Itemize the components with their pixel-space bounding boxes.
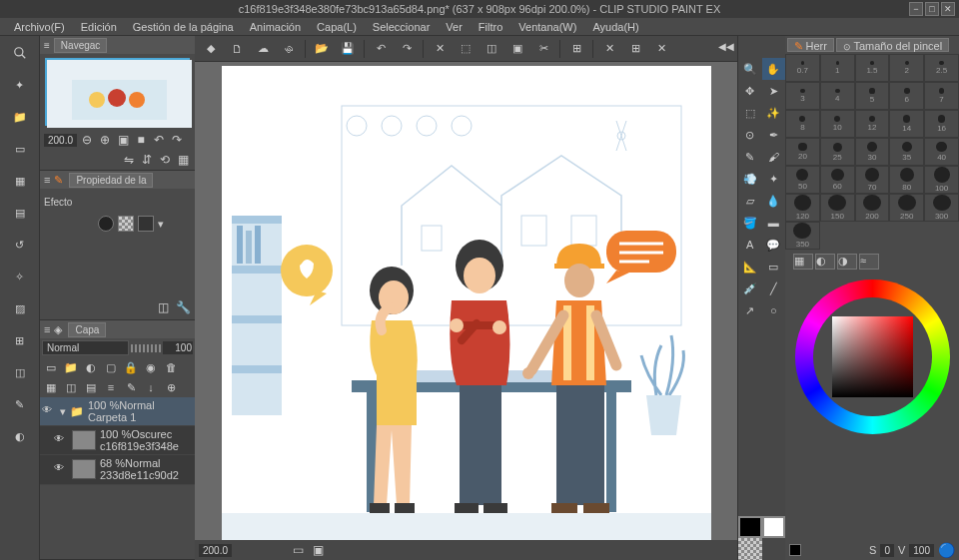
tone-icon[interactable]: ▨ xyxy=(5,295,35,321)
figure-tool-icon[interactable]: ○ xyxy=(762,299,786,321)
visibility-icon[interactable]: 👁 xyxy=(42,404,56,418)
pencil-tool-icon[interactable]: ✎ xyxy=(738,146,762,168)
fg-color-swatch[interactable] xyxy=(738,516,762,538)
opacity-value[interactable]: 100 xyxy=(163,341,193,354)
brush-size-cell[interactable]: 0.7 xyxy=(785,54,820,82)
menu-archivo[interactable]: Archivo(F) xyxy=(8,19,71,35)
brush-size-cell[interactable]: 20 xyxy=(785,138,820,166)
zoom-tool-icon[interactable]: 🔍 xyxy=(738,58,762,80)
decoration-tool-icon[interactable]: ✦ xyxy=(762,168,786,190)
color-history-icon[interactable]: ◐ xyxy=(815,254,835,270)
rotate-right-icon[interactable]: ↷ xyxy=(169,132,185,148)
mask-icon[interactable]: ▢ xyxy=(102,359,120,375)
menu-capa[interactable]: Capa(L) xyxy=(311,19,363,35)
spiral-icon[interactable]: ౷ xyxy=(277,38,301,60)
pen-tool-icon[interactable]: ✒ xyxy=(762,124,786,146)
menu-animacion[interactable]: Animación xyxy=(244,19,307,35)
close-button[interactable]: ✕ xyxy=(941,2,955,16)
navigator-tab[interactable]: Navegac xyxy=(54,38,107,53)
transparent-swatch[interactable] xyxy=(738,538,762,560)
brush-size-cell[interactable]: 5 xyxy=(855,82,890,110)
brush-size-cell[interactable]: 80 xyxy=(889,166,924,194)
move-tool-icon[interactable]: ✥ xyxy=(738,80,762,102)
brush-size-cell[interactable]: 35 xyxy=(889,138,924,166)
transform-icon[interactable]: ⊞ xyxy=(564,38,588,60)
lock-icon[interactable]: 🔒 xyxy=(122,359,140,375)
brush-size-cell[interactable]: 70 xyxy=(855,166,890,194)
checker-icon[interactable]: ▦ xyxy=(5,168,35,194)
frame-tool-icon[interactable]: ▭ xyxy=(762,256,786,278)
layer-item[interactable]: 👁 100 %Oscurecc16f819e3f348e xyxy=(40,426,195,455)
minimize-button[interactable]: − xyxy=(909,2,923,16)
select-all-icon[interactable]: ⬚ xyxy=(454,38,478,60)
flip-h-icon[interactable]: ⇋ xyxy=(121,152,137,168)
collapse-panels-icon[interactable]: ◀◀ xyxy=(717,38,735,54)
ruler-snap-icon[interactable]: ✕ xyxy=(649,38,673,60)
new-folder-icon[interactable]: 📁 xyxy=(62,359,80,375)
sparkle-icon[interactable]: ✦ xyxy=(5,72,35,98)
prop-icon1[interactable]: ◫ xyxy=(155,299,171,315)
timeline-icon[interactable]: ▭ xyxy=(290,542,306,558)
menu-ventana[interactable]: Ventana(W) xyxy=(512,19,582,35)
brush-size-cell[interactable]: 40 xyxy=(924,138,959,166)
balloon-tool-icon[interactable]: 💬 xyxy=(762,234,786,256)
wrench-icon[interactable]: 🔧 xyxy=(175,299,191,315)
quick-search-icon[interactable] xyxy=(5,40,35,66)
operation-tool-icon[interactable]: ➤ xyxy=(762,80,786,102)
dropdown-icon[interactable]: ▾ xyxy=(158,218,164,231)
border-color-swatch[interactable] xyxy=(98,216,114,232)
menu-edicion[interactable]: Edición xyxy=(75,19,123,35)
rotate-left-icon[interactable]: ↶ xyxy=(151,132,167,148)
layer-icon-e[interactable]: ✎ xyxy=(122,379,140,395)
sparkle2-icon[interactable]: ✧ xyxy=(5,264,35,289)
grid-icon[interactable]: ▦ xyxy=(175,152,191,168)
color-mode-icon[interactable]: 🔵 xyxy=(938,542,955,558)
crop-icon[interactable]: ✂ xyxy=(531,38,555,60)
current-color[interactable] xyxy=(789,544,801,556)
layer-icon-g[interactable]: ⊕ xyxy=(162,379,180,395)
grid-snap-icon[interactable]: ⊞ xyxy=(623,38,647,60)
brush-size-cell[interactable]: 14 xyxy=(889,110,924,138)
brush-size-cell[interactable]: 16 xyxy=(924,110,959,138)
layer-icon-a[interactable]: ▦ xyxy=(42,379,60,395)
maximize-button[interactable]: □ xyxy=(925,2,939,16)
layer-icon-b[interactable]: ◫ xyxy=(62,379,80,395)
visibility-icon[interactable]: 👁 xyxy=(54,433,68,447)
layer-item-folder[interactable]: 👁 ▾ 📁 100 %NormalCarpeta 1 xyxy=(40,397,195,426)
property-tab[interactable]: Propiedad de la xyxy=(69,173,153,188)
blend-mode-dropdown[interactable]: Normal xyxy=(42,340,129,355)
layers-icon[interactable]: ▭ xyxy=(5,136,35,162)
correct-tool-icon[interactable]: ↗ xyxy=(738,299,762,321)
snap-icon[interactable]: ✕ xyxy=(597,38,621,60)
color-swatch[interactable] xyxy=(138,216,154,232)
ref-icon[interactable]: ◉ xyxy=(142,359,160,375)
visibility-icon[interactable]: 👁 xyxy=(54,462,68,476)
brush-size-cell[interactable]: 120 xyxy=(785,194,820,222)
brush-size-cell[interactable]: 6 xyxy=(889,82,924,110)
saturation-value[interactable]: 0 xyxy=(880,544,894,557)
brush-size-cell[interactable]: 100 xyxy=(924,166,959,194)
flip-v-icon[interactable]: ⇵ xyxy=(139,152,155,168)
new-layer-icon[interactable]: ▭ xyxy=(42,359,60,375)
brush-size-cell[interactable]: 25 xyxy=(820,138,855,166)
brush-size-cell[interactable]: 350 xyxy=(785,222,820,250)
brush-size-cell[interactable]: 60 xyxy=(820,166,855,194)
save-icon[interactable]: 💾 xyxy=(336,38,360,60)
ruler-icon[interactable]: ⊞ xyxy=(5,327,35,353)
color-icon[interactable]: ◐ xyxy=(5,423,35,449)
color-wheel[interactable] xyxy=(795,280,950,434)
fill-tool-icon[interactable]: 🪣 xyxy=(738,212,762,234)
brush-tool-icon[interactable]: 🖌 xyxy=(762,146,786,168)
brush-size-cell[interactable]: 300 xyxy=(924,194,959,222)
lasso-tool-icon[interactable]: ⊙ xyxy=(738,124,762,146)
eraser-tool-icon[interactable]: ▱ xyxy=(738,190,762,212)
brush-lib-icon[interactable]: ✎ xyxy=(5,391,35,417)
clip-icon[interactable]: ◐ xyxy=(82,359,100,375)
brush-size-cell[interactable]: 200 xyxy=(855,194,890,222)
blend-tool-icon[interactable]: 💧 xyxy=(762,190,786,212)
layer-icon-c[interactable]: ▤ xyxy=(82,379,100,395)
hand-tool-icon[interactable]: ✋ xyxy=(762,58,786,80)
brush-size-cell[interactable]: 250 xyxy=(889,194,924,222)
deselect-icon[interactable]: ◫ xyxy=(480,38,503,60)
frame-icon[interactable]: ▣ xyxy=(310,542,326,558)
